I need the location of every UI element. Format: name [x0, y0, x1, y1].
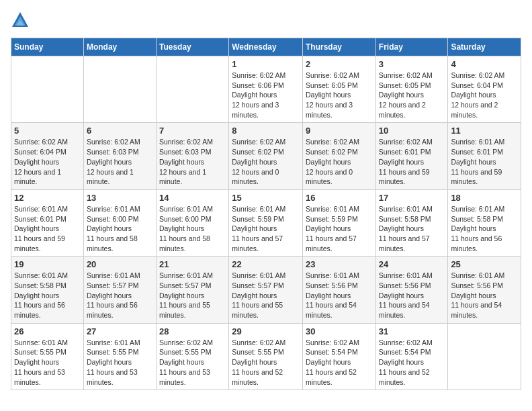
day-info: Sunrise: 6:02 AMSunset: 5:54 PMDaylight …	[379, 338, 445, 387]
day-number: 15	[232, 193, 300, 203]
day-info: Sunrise: 6:01 AMSunset: 5:56 PMDaylight …	[451, 271, 518, 320]
day-info: Sunrise: 6:01 AMSunset: 5:56 PMDaylight …	[379, 271, 445, 320]
calendar-cell: 12Sunrise: 6:01 AMSunset: 6:01 PMDayligh…	[11, 189, 84, 256]
day-info: Sunrise: 6:01 AMSunset: 5:58 PMDaylight …	[379, 204, 445, 253]
weekday-header-sunday: Sunday	[11, 38, 84, 56]
day-info: Sunrise: 6:02 AMSunset: 5:55 PMDaylight …	[232, 338, 300, 387]
calendar-cell: 9Sunrise: 6:02 AMSunset: 6:02 PMDaylight…	[303, 123, 376, 189]
day-info: Sunrise: 6:02 AMSunset: 6:03 PMDaylight …	[87, 137, 153, 186]
day-number: 7	[159, 126, 226, 136]
day-info: Sunrise: 6:01 AMSunset: 5:59 PMDaylight …	[232, 204, 300, 253]
day-number: 10	[379, 126, 445, 136]
calendar-cell: 3Sunrise: 6:02 AMSunset: 6:05 PMDaylight…	[375, 56, 448, 123]
day-info: Sunrise: 6:01 AMSunset: 6:01 PMDaylight …	[14, 204, 81, 253]
day-info: Sunrise: 6:02 AMSunset: 5:54 PMDaylight …	[306, 338, 373, 387]
calendar-cell: 14Sunrise: 6:01 AMSunset: 6:00 PMDayligh…	[156, 189, 228, 256]
calendar-cell: 19Sunrise: 6:01 AMSunset: 5:58 PMDayligh…	[11, 257, 84, 323]
calendar-cell: 17Sunrise: 6:01 AMSunset: 5:58 PMDayligh…	[375, 189, 448, 256]
day-info: Sunrise: 6:01 AMSunset: 6:00 PMDaylight …	[159, 204, 226, 253]
day-number: 27	[87, 326, 153, 336]
day-number: 2	[306, 59, 373, 69]
day-number: 16	[306, 193, 373, 203]
day-number: 11	[451, 126, 518, 136]
logo-icon	[11, 11, 30, 30]
calendar-cell: 4Sunrise: 6:02 AMSunset: 6:04 PMDaylight…	[448, 56, 521, 123]
day-info: Sunrise: 6:01 AMSunset: 5:55 PMDaylight …	[87, 338, 153, 387]
day-info: Sunrise: 6:02 AMSunset: 6:06 PMDaylight …	[232, 71, 300, 120]
day-info: Sunrise: 6:01 AMSunset: 5:57 PMDaylight …	[159, 271, 226, 320]
day-info: Sunrise: 6:01 AMSunset: 5:57 PMDaylight …	[232, 271, 300, 320]
day-info: Sunrise: 6:01 AMSunset: 5:59 PMDaylight …	[306, 204, 373, 253]
calendar-week-row: 26Sunrise: 6:01 AMSunset: 5:55 PMDayligh…	[11, 323, 521, 390]
calendar-cell: 11Sunrise: 6:01 AMSunset: 6:01 PMDayligh…	[448, 123, 521, 189]
calendar-cell: 18Sunrise: 6:01 AMSunset: 5:58 PMDayligh…	[448, 189, 521, 256]
calendar-week-row: 12Sunrise: 6:01 AMSunset: 6:01 PMDayligh…	[11, 189, 521, 256]
calendar-cell: 6Sunrise: 6:02 AMSunset: 6:03 PMDaylight…	[83, 123, 156, 189]
calendar-cell: 20Sunrise: 6:01 AMSunset: 5:57 PMDayligh…	[83, 257, 156, 323]
day-number: 21	[159, 259, 226, 269]
calendar-cell: 27Sunrise: 6:01 AMSunset: 5:55 PMDayligh…	[83, 323, 156, 390]
calendar-week-row: 5Sunrise: 6:02 AMSunset: 6:04 PMDaylight…	[11, 123, 521, 189]
weekday-header-tuesday: Tuesday	[156, 38, 228, 56]
day-info: Sunrise: 6:02 AMSunset: 6:01 PMDaylight …	[379, 137, 445, 186]
day-info: Sunrise: 6:02 AMSunset: 5:55 PMDaylight …	[159, 338, 226, 387]
day-info: Sunrise: 6:01 AMSunset: 5:55 PMDaylight …	[14, 338, 81, 387]
calendar-cell: 8Sunrise: 6:02 AMSunset: 6:02 PMDaylight…	[229, 123, 303, 189]
day-info: Sunrise: 6:02 AMSunset: 6:05 PMDaylight …	[306, 71, 373, 120]
page-header	[11, 11, 521, 30]
day-number: 28	[159, 326, 226, 336]
day-number: 18	[451, 193, 518, 203]
calendar-table: SundayMondayTuesdayWednesdayThursdayFrid…	[11, 38, 521, 390]
calendar-cell: 7Sunrise: 6:02 AMSunset: 6:03 PMDaylight…	[156, 123, 228, 189]
weekday-header-saturday: Saturday	[448, 38, 521, 56]
calendar-cell: 15Sunrise: 6:01 AMSunset: 5:59 PMDayligh…	[229, 189, 303, 256]
day-number: 4	[451, 59, 518, 69]
day-number: 1	[232, 59, 300, 69]
calendar-cell: 25Sunrise: 6:01 AMSunset: 5:56 PMDayligh…	[448, 257, 521, 323]
calendar-cell: 31Sunrise: 6:02 AMSunset: 5:54 PMDayligh…	[375, 323, 448, 390]
day-info: Sunrise: 6:01 AMSunset: 5:58 PMDaylight …	[451, 204, 518, 253]
day-info: Sunrise: 6:01 AMSunset: 6:00 PMDaylight …	[87, 204, 153, 253]
day-number: 25	[451, 259, 518, 269]
day-number: 5	[14, 126, 81, 136]
calendar-cell: 21Sunrise: 6:01 AMSunset: 5:57 PMDayligh…	[156, 257, 228, 323]
day-info: Sunrise: 6:02 AMSunset: 6:02 PMDaylight …	[306, 137, 373, 186]
day-info: Sunrise: 6:01 AMSunset: 5:58 PMDaylight …	[14, 271, 81, 320]
calendar-cell	[156, 56, 228, 123]
day-info: Sunrise: 6:01 AMSunset: 5:57 PMDaylight …	[87, 271, 153, 320]
calendar-cell: 13Sunrise: 6:01 AMSunset: 6:00 PMDayligh…	[83, 189, 156, 256]
day-info: Sunrise: 6:01 AMSunset: 5:56 PMDaylight …	[306, 271, 373, 320]
day-info: Sunrise: 6:02 AMSunset: 6:03 PMDaylight …	[159, 137, 226, 186]
day-number: 19	[14, 259, 81, 269]
calendar-cell: 16Sunrise: 6:01 AMSunset: 5:59 PMDayligh…	[303, 189, 376, 256]
calendar-cell: 22Sunrise: 6:01 AMSunset: 5:57 PMDayligh…	[229, 257, 303, 323]
day-info: Sunrise: 6:02 AMSunset: 6:02 PMDaylight …	[232, 137, 300, 186]
weekday-header-thursday: Thursday	[303, 38, 376, 56]
logo	[11, 11, 32, 30]
day-number: 29	[232, 326, 300, 336]
day-info: Sunrise: 6:02 AMSunset: 6:04 PMDaylight …	[14, 137, 81, 186]
day-number: 20	[87, 259, 153, 269]
day-number: 8	[232, 126, 300, 136]
calendar-week-row: 1Sunrise: 6:02 AMSunset: 6:06 PMDaylight…	[11, 56, 521, 123]
day-info: Sunrise: 6:01 AMSunset: 6:01 PMDaylight …	[451, 137, 518, 186]
calendar-cell: 2Sunrise: 6:02 AMSunset: 6:05 PMDaylight…	[303, 56, 376, 123]
day-number: 3	[379, 59, 445, 69]
weekday-header-friday: Friday	[375, 38, 448, 56]
weekday-header-row: SundayMondayTuesdayWednesdayThursdayFrid…	[11, 38, 521, 56]
calendar-cell: 5Sunrise: 6:02 AMSunset: 6:04 PMDaylight…	[11, 123, 84, 189]
calendar-cell: 10Sunrise: 6:02 AMSunset: 6:01 PMDayligh…	[375, 123, 448, 189]
calendar-cell: 26Sunrise: 6:01 AMSunset: 5:55 PMDayligh…	[11, 323, 84, 390]
calendar-cell: 29Sunrise: 6:02 AMSunset: 5:55 PMDayligh…	[229, 323, 303, 390]
calendar-cell: 24Sunrise: 6:01 AMSunset: 5:56 PMDayligh…	[375, 257, 448, 323]
calendar-cell	[448, 323, 521, 390]
calendar-cell: 1Sunrise: 6:02 AMSunset: 6:06 PMDaylight…	[229, 56, 303, 123]
calendar-cell	[11, 56, 84, 123]
calendar-cell: 28Sunrise: 6:02 AMSunset: 5:55 PMDayligh…	[156, 323, 228, 390]
day-number: 17	[379, 193, 445, 203]
day-number: 23	[306, 259, 373, 269]
weekday-header-monday: Monday	[83, 38, 156, 56]
day-number: 31	[379, 326, 445, 336]
calendar-cell	[83, 56, 156, 123]
day-number: 12	[14, 193, 81, 203]
